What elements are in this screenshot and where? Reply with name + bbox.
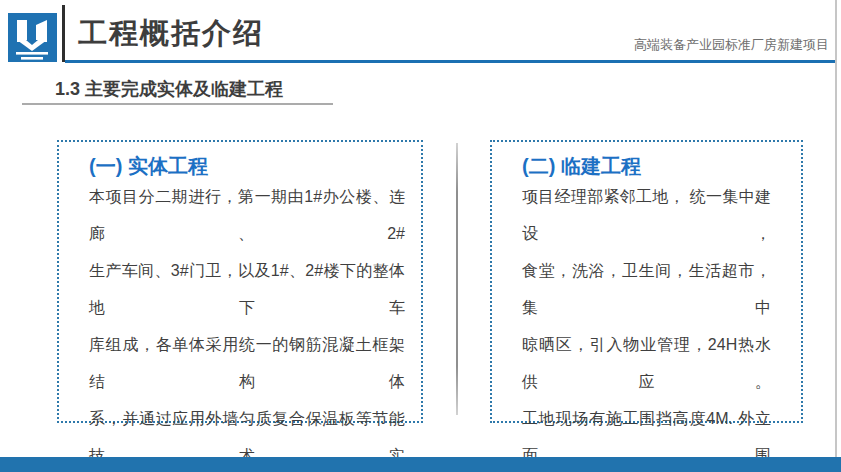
panel-title: (一) 实体工程 (89, 153, 208, 180)
page-edge-line (835, 0, 837, 472)
logo-divider (62, 5, 65, 62)
body-line: 本项目分二期进行，第一期由1#办公楼、连廊、2# (89, 178, 405, 252)
body-line: 项目经理部紧邻工地， 统一集中建设， (522, 178, 771, 252)
company-logo-icon (8, 13, 57, 62)
panel-body: 本项目分二期进行，第一期由1#办公楼、连廊、2# 生产车间、3#门卫，以及1#、… (89, 178, 405, 472)
body-line: 食堂，洗浴，卫生间，生活超市，集中 (522, 252, 771, 326)
slide-canvas: 工程概括介绍 高端装备产业园标准厂房新建项目 1.3 主要完成实体及临建工程 (… (0, 0, 841, 472)
panel-divider (456, 143, 458, 415)
panel-title: (二) 临建工程 (522, 153, 641, 180)
body-line: 晾晒区，引入物业管理，24H热水供应。 (522, 326, 771, 400)
header-rule (65, 60, 835, 63)
page-title: 工程概括介绍 (78, 14, 264, 54)
temporary-works-panel: (二) 临建工程 项目经理部紧邻工地， 统一集中建设， 食堂，洗浴，卫生间，生活… (490, 140, 803, 423)
section-heading: 1.3 主要完成实体及临建工程 (55, 77, 283, 101)
panel-body: 项目经理部紧邻工地， 统一集中建设， 食堂，洗浴，卫生间，生活超市，集中 晾晒区… (522, 178, 771, 472)
body-line: 生产车间、3#门卫，以及1#、2#楼下的整体地下车 (89, 252, 405, 326)
entity-works-panel: (一) 实体工程 本项目分二期进行，第一期由1#办公楼、连廊、2# 生产车间、3… (57, 140, 423, 423)
project-name-label: 高端装备产业园标准厂房新建项目 (634, 36, 829, 54)
body-line: 库组成，各单体采用统一的钢筋混凝土框架结构体 (89, 326, 405, 400)
footer-bar (0, 457, 841, 472)
section-underline (22, 103, 333, 105)
